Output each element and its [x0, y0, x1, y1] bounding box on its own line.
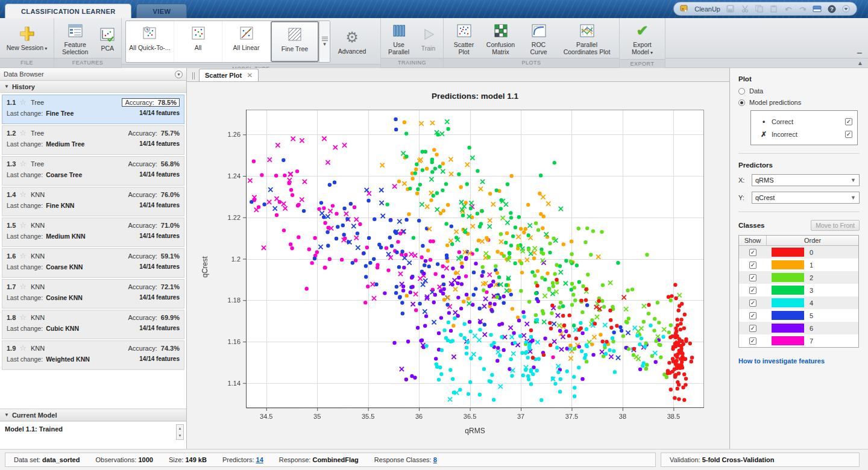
classes-table-header: Show Order — [739, 236, 858, 246]
current-model-section-header[interactable]: ▼ Current Model — [0, 409, 186, 421]
class-row: 6 — [739, 322, 858, 334]
train-label: Train — [421, 45, 436, 52]
history-item[interactable]: 1.1 Tree Accuracy: 78.5% Last change: Fi… — [2, 95, 184, 124]
tab-drag-handle[interactable] — [189, 70, 198, 81]
gallery-expand-button[interactable]: ▾ — [319, 21, 330, 62]
use-parallel-icon — [392, 22, 406, 40]
history-section-header[interactable]: ▼ History — [0, 81, 186, 93]
last-change-value: Coarse Tree — [46, 171, 82, 178]
legend-row: ✗ Incorrect — [756, 128, 852, 140]
panel-menu-icon[interactable]: ▾ — [175, 70, 183, 78]
history-item[interactable]: 1.3 Tree Accuracy: 56.8% Last change: Co… — [2, 156, 184, 186]
ribbon: New Session FILE Feature Selection PCA — [0, 18, 868, 68]
export-model-label: Export Model — [624, 41, 661, 57]
close-icon[interactable]: ✕ — [247, 71, 253, 80]
layout-icon[interactable] — [813, 5, 822, 13]
class-show-checkbox[interactable] — [749, 312, 756, 319]
history-item[interactable]: 1.7 KNN Accuracy: 72.1% Last change: Cos… — [2, 279, 184, 309]
move-to-front-button[interactable]: Move to Front — [811, 220, 860, 231]
train-button[interactable]: Train — [417, 24, 441, 53]
class-label: 1 — [810, 262, 813, 269]
parallel-coordinates-button[interactable]: Parallel Coordinates Plot — [559, 20, 615, 57]
help-icon[interactable]: ? — [827, 5, 836, 13]
history-item[interactable]: 1.9 KNN Accuracy: 74.3% Last change: Wei… — [2, 340, 184, 370]
export-model-button[interactable]: ✔ Export Model — [622, 20, 662, 58]
redo-icon[interactable] — [798, 5, 807, 13]
class-label: 2 — [810, 274, 813, 281]
star-icon[interactable] — [19, 221, 31, 230]
legend-checkbox[interactable] — [845, 118, 852, 125]
star-icon[interactable] — [19, 128, 31, 137]
class-show-checkbox[interactable] — [749, 299, 756, 307]
class-show-checkbox[interactable] — [749, 274, 756, 281]
class-color-swatch — [772, 298, 804, 307]
history-item[interactable]: 1.6 KNN Accuracy: 59.1% Last change: Coa… — [2, 248, 184, 278]
star-icon[interactable] — [19, 282, 31, 291]
class-show-checkbox[interactable] — [749, 325, 756, 332]
cut-icon[interactable] — [740, 5, 749, 13]
class-show-checkbox[interactable] — [749, 262, 756, 269]
star-icon[interactable] — [19, 313, 31, 322]
prediction-legend-box: • Correct ✗ Incorrect — [750, 110, 858, 145]
advanced-button[interactable]: ⚙ Advanced — [335, 27, 369, 56]
tab-classification-learner[interactable]: CLASSIFICATION LEARNER — [5, 4, 131, 18]
how-to-investigate-features-link[interactable]: How to investigate features — [738, 357, 825, 365]
ribbon-collapse-icon[interactable]: ▔▲ — [857, 53, 863, 66]
data-browser-title: Data Browser — [4, 70, 175, 78]
fine-tree-icon — [286, 25, 303, 44]
copy-icon[interactable] — [755, 5, 764, 13]
use-parallel-button[interactable]: Use Parallel — [384, 20, 414, 57]
cleanup-icon[interactable]: » — [680, 5, 689, 13]
new-session-button[interactable]: New Session — [5, 24, 49, 54]
star-icon[interactable] — [19, 343, 31, 352]
accuracy-value: Accuracy: 72.1% — [128, 283, 180, 290]
confusion-matrix-button[interactable]: Confusion Matrix — [483, 20, 518, 57]
model-fine-tree[interactable]: Fine Tree — [271, 21, 319, 62]
model-all-linear[interactable]: All Linear — [222, 21, 271, 62]
scatter-plot-button[interactable]: Scatter Plot — [448, 20, 480, 57]
scroll-spinner[interactable]: ▲▼ — [176, 424, 184, 440]
model-all-quick-to-train[interactable]: All Quick-To-... — [126, 21, 174, 62]
class-show-checkbox[interactable] — [749, 287, 756, 294]
history-item[interactable]: 1.5 KNN Accuracy: 71.0% Last change: Med… — [2, 218, 184, 247]
scatter-plot-tab[interactable]: Scatter Plot ✕ — [199, 69, 259, 81]
model-id: 1.1 — [7, 99, 16, 106]
cleanup-label[interactable]: CleanUp — [694, 5, 720, 13]
tab-view[interactable]: VIEW — [136, 4, 187, 18]
ribbon-group-label-training: TRAINING — [381, 58, 443, 67]
history-item[interactable]: 1.8 KNN Accuracy: 69.9% Last change: Cub… — [2, 310, 184, 339]
x-predictor-select[interactable]: qRMS ▼ — [752, 174, 860, 186]
star-icon[interactable] — [19, 159, 31, 168]
radio-data-label: Data — [749, 87, 763, 95]
star-icon[interactable] — [19, 98, 31, 107]
radio-model-predictions[interactable]: Model predictions — [738, 99, 860, 106]
model-id: 1.9 — [7, 345, 16, 352]
class-show-checkbox[interactable] — [749, 249, 756, 256]
history-item[interactable]: 1.2 Tree Accuracy: 75.7% Last change: Me… — [2, 125, 184, 155]
feature-selection-button[interactable]: Feature Selection — [57, 20, 93, 57]
model-all[interactable]: All — [174, 21, 222, 62]
class-color-swatch — [772, 273, 804, 282]
pca-button[interactable]: PCA — [96, 24, 119, 53]
model-type-gallery: All Quick-To-... All All Linear — [125, 20, 330, 63]
qat-dropdown-icon[interactable] — [841, 5, 851, 13]
confusion-matrix-label: Confusion Matrix — [485, 41, 517, 55]
save-icon[interactable] — [726, 5, 735, 13]
star-icon[interactable] — [19, 190, 31, 199]
model-type: Tree — [31, 130, 44, 137]
roc-curve-button[interactable]: ROC Curve — [522, 20, 556, 57]
legend-checkbox[interactable] — [845, 131, 852, 138]
history-item[interactable]: 1.4 KNN Accuracy: 76.0% Last change: Fin… — [2, 187, 184, 216]
y-predictor-select[interactable]: qCrest ▼ — [752, 192, 860, 204]
all-label: All — [195, 44, 202, 51]
star-icon[interactable] — [19, 251, 31, 260]
undo-icon[interactable] — [784, 5, 793, 13]
radio-data[interactable]: Data — [738, 87, 860, 95]
class-label: 0 — [810, 249, 813, 256]
scatter-canvas[interactable] — [194, 106, 719, 434]
class-show-checkbox[interactable] — [749, 337, 756, 345]
feature-selection-icon — [68, 22, 83, 40]
paste-icon[interactable] — [769, 5, 778, 13]
status-item: Response: CombinedFlag — [279, 456, 359, 463]
legend-row: • Correct — [756, 115, 852, 128]
